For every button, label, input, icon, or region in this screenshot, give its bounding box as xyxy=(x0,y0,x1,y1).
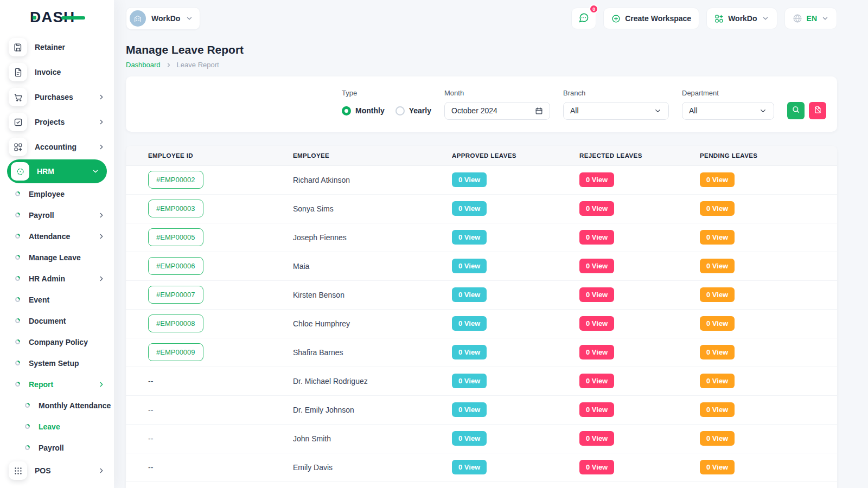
sidebar-item-leave[interactable]: Leave xyxy=(0,416,114,437)
monthly-radio[interactable]: Monthly xyxy=(342,106,385,115)
month-input[interactable]: October 2024 xyxy=(444,102,550,120)
employee-id-button[interactable]: #EMP00006 xyxy=(148,257,203,275)
approved-leaves-badge[interactable]: 0 View xyxy=(452,172,487,187)
rejected-leaves-badge[interactable]: 0 View xyxy=(579,345,614,359)
globe-icon xyxy=(793,14,802,23)
sidebar-item-retainer[interactable]: Retainer xyxy=(0,35,114,60)
sidebar-item-projects[interactable]: Projects xyxy=(0,110,114,134)
sidebar-item-purchases[interactable]: Purchases xyxy=(0,85,114,110)
employee-id-button[interactable]: #EMP00003 xyxy=(148,200,203,217)
approved-leaves-badge[interactable]: 0 View xyxy=(452,287,487,302)
yearly-radio-label: Yearly xyxy=(409,106,431,115)
pending-leaves-badge[interactable]: 0 View xyxy=(700,374,735,388)
sidebar-item-hr-admin[interactable]: HR Admin xyxy=(0,268,114,289)
department-filter-group: Department All xyxy=(682,89,774,120)
sidebar-item-manage-leave[interactable]: Manage Leave xyxy=(0,247,114,268)
approved-leaves-badge[interactable]: 0 View xyxy=(452,431,487,446)
pending-leaves-badge[interactable]: 0 View xyxy=(700,431,735,446)
sidebar-item-pos[interactable]: POS xyxy=(0,458,114,483)
radio-selected-icon xyxy=(342,106,351,115)
employee-id-empty: -- xyxy=(148,377,153,386)
sidebar-item-payroll[interactable]: Payroll xyxy=(0,204,114,226)
approved-leaves-badge[interactable]: 0 View xyxy=(452,460,487,474)
create-workspace-label: Create Workspace xyxy=(625,14,691,23)
approved-leaves-badge[interactable]: 0 View xyxy=(452,374,487,388)
employee-id-button[interactable]: #EMP00005 xyxy=(148,228,203,246)
sidebar-item-attendance[interactable]: Attendance xyxy=(0,226,114,247)
sidebar-item-payroll[interactable]: Payroll xyxy=(0,437,114,458)
brand-logo[interactable]: DASH xyxy=(0,0,114,35)
create-workspace-button[interactable]: Create Workspace xyxy=(603,8,699,29)
reset-filter-button[interactable] xyxy=(809,102,826,119)
app-switcher-button[interactable]: WorkDo xyxy=(706,8,777,29)
sidebar-item-monthly-attendance[interactable]: Monthly Attendance xyxy=(0,395,114,416)
approved-leaves-badge[interactable]: 0 View xyxy=(452,402,487,417)
sidebar-item-hrm[interactable]: HRM xyxy=(7,159,107,183)
pending-leaves-badge[interactable]: 0 View xyxy=(700,460,735,474)
pending-leaves-badge[interactable]: 0 View xyxy=(700,230,735,245)
employee-id-button[interactable]: #EMP00008 xyxy=(148,314,203,332)
department-select[interactable]: All xyxy=(682,102,774,120)
employee-id-button[interactable]: #EMP00009 xyxy=(148,343,203,361)
employee-name: James Brown xyxy=(293,481,452,488)
table-row: #EMP00005Joseph Fiennes0 View0 View0 Vie… xyxy=(126,223,837,252)
sidebar-item-label: Payroll xyxy=(29,211,54,220)
type-label: Type xyxy=(342,89,431,97)
workspace-switcher[interactable]: WorkDo xyxy=(126,7,200,30)
approved-leaves-badge[interactable]: 0 View xyxy=(452,259,487,273)
sidebar-item-employee[interactable]: Employee xyxy=(0,183,114,204)
chevron-down-icon xyxy=(762,15,769,22)
sidebar-item-label: Employee xyxy=(29,190,65,198)
calendar-icon xyxy=(535,107,543,115)
pending-leaves-badge[interactable]: 0 View xyxy=(700,316,735,331)
rejected-leaves-badge[interactable]: 0 View xyxy=(579,172,614,187)
rejected-leaves-badge[interactable]: 0 View xyxy=(579,374,614,388)
chevron-right-icon xyxy=(98,143,105,151)
month-filter-group: Month October 2024 xyxy=(444,89,550,120)
pending-leaves-badge[interactable]: 0 View xyxy=(700,402,735,417)
pending-leaves-badge[interactable]: 0 View xyxy=(700,259,735,273)
pending-leaves-badge[interactable]: 0 View xyxy=(700,201,735,216)
rejected-leaves-badge[interactable]: 0 View xyxy=(579,316,614,331)
rejected-leaves-badge[interactable]: 0 View xyxy=(579,259,614,273)
column-header-employee: EMPLOYEE xyxy=(293,146,452,165)
language-selector[interactable]: EN xyxy=(784,8,837,29)
sidebar-item-accounting[interactable]: Accounting xyxy=(0,134,114,159)
rejected-leaves-badge[interactable]: 0 View xyxy=(579,431,614,446)
sidebar-item-invoice[interactable]: Invoice xyxy=(0,60,114,85)
sidebar-item-company-policy[interactable]: Company Policy xyxy=(0,331,114,352)
rejected-leaves-badge[interactable]: 0 View xyxy=(579,230,614,245)
bullet-icon xyxy=(15,360,21,366)
page-title: Manage Leave Report xyxy=(126,43,837,56)
pending-leaves-badge[interactable]: 0 View xyxy=(700,287,735,302)
approved-leaves-badge[interactable]: 0 View xyxy=(452,345,487,359)
sidebar-item-label: Attendance xyxy=(29,232,70,241)
sidebar-item-document[interactable]: Document xyxy=(0,310,114,331)
rejected-leaves-badge[interactable]: 0 View xyxy=(579,287,614,302)
yearly-radio[interactable]: Yearly xyxy=(395,106,431,115)
sidebar-item-system-setup[interactable]: System Setup xyxy=(0,352,114,374)
sidebar-item-report[interactable]: Report xyxy=(0,374,114,395)
employee-id-button[interactable]: #EMP00002 xyxy=(148,171,203,189)
approved-leaves-badge[interactable]: 0 View xyxy=(452,201,487,216)
messages-count-badge: 0 xyxy=(589,4,598,14)
pending-leaves-badge[interactable]: 0 View xyxy=(700,345,735,359)
table-row: --John Smith0 View0 View0 View xyxy=(126,424,837,453)
messages-button[interactable]: 0 xyxy=(571,8,596,29)
sidebar-item-label: Document xyxy=(29,317,66,325)
employee-id-button[interactable]: #EMP00007 xyxy=(148,286,203,304)
logo-accent-dot xyxy=(33,16,36,20)
bullet-icon xyxy=(24,445,30,451)
approved-leaves-badge[interactable]: 0 View xyxy=(452,230,487,245)
breadcrumb-dashboard-link[interactable]: Dashboard xyxy=(126,61,161,69)
bullet-icon xyxy=(15,191,21,197)
branch-select[interactable]: All xyxy=(563,102,669,120)
logo-accent-bar xyxy=(61,16,85,20)
search-button[interactable] xyxy=(787,102,805,119)
sidebar-item-event[interactable]: Event xyxy=(0,289,114,310)
rejected-leaves-badge[interactable]: 0 View xyxy=(579,402,614,417)
approved-leaves-badge[interactable]: 0 View xyxy=(452,316,487,331)
pending-leaves-badge[interactable]: 0 View xyxy=(700,172,735,187)
rejected-leaves-badge[interactable]: 0 View xyxy=(579,201,614,216)
rejected-leaves-badge[interactable]: 0 View xyxy=(579,460,614,474)
